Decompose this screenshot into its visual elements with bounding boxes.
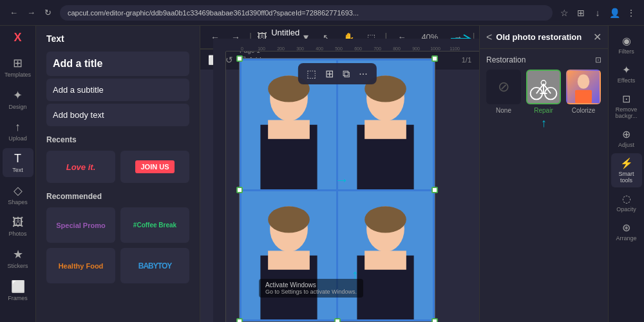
- resize-handle-mr[interactable]: [431, 187, 438, 193]
- adjust-icon: ⊕: [622, 128, 630, 140]
- sidebar-item-upload-label: Upload: [8, 135, 27, 142]
- recent-item-love-it[interactable]: Love it.: [46, 151, 115, 183]
- canvas-page[interactable]: Page 1: [239, 58, 435, 322]
- rec-baby-toy[interactable]: BABYTOY: [120, 248, 189, 283]
- svg-rect-9: [365, 120, 406, 138]
- resize-handle-bl[interactable]: [236, 318, 243, 322]
- repair-image: [527, 71, 560, 103]
- text-panel: Text Add a title Add a subtitle Add body…: [36, 26, 200, 322]
- ruler-mark: 500: [329, 46, 348, 51]
- sidebar-item-templates[interactable]: ⊞ Templates: [3, 52, 33, 82]
- effects-icon: ✦: [622, 64, 630, 76]
- add-title-button[interactable]: Add a title: [46, 52, 189, 76]
- ruler-corner: [213, 39, 226, 52]
- adjust-label: Adjust: [618, 142, 634, 148]
- recent-item-join-us[interactable]: JOIN US: [120, 151, 189, 183]
- filters-icon: ◉: [622, 35, 631, 47]
- panel-back-button[interactable]: <: [486, 32, 492, 43]
- restoration-option-colorize[interactable]: Colorize: [566, 70, 601, 114]
- refresh-button[interactable]: ↻: [41, 6, 55, 19]
- right-icon-sidebar: ◉ Filters ✦ Effects ⊡ Remove backgr... ⊕…: [608, 26, 644, 322]
- grid-button[interactable]: ⊞: [321, 66, 337, 82]
- browser-nav: ← → ↻: [6, 6, 55, 19]
- download-icon[interactable]: ↓: [591, 6, 604, 19]
- right-sidebar-opacity[interactable]: ◌ Opacity: [611, 189, 642, 216]
- sidebar-item-text[interactable]: T Text: [3, 148, 33, 177]
- forward-button[interactable]: →: [24, 6, 39, 19]
- svg-point-29: [578, 75, 590, 89]
- text-icon: T: [14, 152, 21, 166]
- right-sidebar-filters[interactable]: ◉ Filters: [611, 31, 642, 59]
- opacity-label: Opacity: [616, 206, 636, 213]
- menu-icon[interactable]: ⋮: [625, 6, 638, 19]
- sidebar-item-upload[interactable]: ↑ Upload: [3, 117, 33, 146]
- url-bar[interactable]: [60, 5, 553, 21]
- restoration-none-label: None: [496, 107, 511, 114]
- canvas-area: ← → | 🖼 Untitled image ▾ ↖ ✋ ⬚ | ← 40% →…: [200, 26, 479, 322]
- duplicate-button[interactable]: ⧉: [339, 66, 354, 82]
- more-options-button[interactable]: ···: [355, 66, 371, 82]
- resize-handle-br[interactable]: [431, 318, 438, 322]
- effects-label: Effects: [618, 77, 635, 84]
- resize-handle-ml[interactable]: [236, 187, 243, 193]
- sidebar-item-photos[interactable]: 🖼 Photos: [3, 212, 33, 241]
- svg-rect-4: [268, 120, 310, 138]
- recommended-grid: Special Promo #Coffee Break Healthy Food…: [36, 205, 200, 294]
- sidebar-item-design[interactable]: ✦ Design: [3, 84, 33, 114]
- sidebar-item-shapes[interactable]: ◇ Shapes: [3, 180, 33, 209]
- right-sidebar-effects[interactable]: ✦ Effects: [611, 60, 642, 88]
- restoration-option-repair[interactable]: Repair: [526, 70, 561, 114]
- smart-tools-icon: ⚡: [620, 157, 633, 169]
- svg-rect-19: [365, 251, 406, 269]
- shapes-icon: ◇: [14, 184, 23, 198]
- rec-healthy-food[interactable]: Healthy Food: [46, 248, 115, 283]
- panel-title: Old photo restoration: [496, 32, 589, 42]
- ruler-mark: 300: [290, 46, 310, 51]
- restoration-label: Restoration ⊡: [486, 55, 601, 64]
- crop-button[interactable]: ⬚: [303, 66, 320, 82]
- right-sidebar-arrange[interactable]: ⊛ Arrange: [611, 218, 642, 245]
- recommended-label: Recommended: [36, 185, 200, 205]
- extensions-icon[interactable]: ⊞: [574, 6, 587, 19]
- right-sidebar-adjust[interactable]: ⊕ Adjust: [611, 124, 642, 152]
- right-sidebar-smart-tools[interactable]: ⚡ Smart tools: [611, 153, 642, 187]
- rec-special-promo[interactable]: Special Promo: [46, 207, 115, 243]
- svg-rect-14: [268, 251, 310, 269]
- smart-tools-label: Smart tools: [614, 171, 639, 184]
- love-it-text: Love it.: [66, 162, 96, 172]
- add-body-button[interactable]: Add body text: [46, 104, 189, 126]
- panel-close-button[interactable]: ✕: [593, 31, 601, 43]
- photo-4: [338, 191, 433, 320]
- ruler-vertical: [213, 52, 226, 322]
- account-icon[interactable]: 👤: [608, 6, 621, 19]
- restoration-expand-icon[interactable]: ⊡: [595, 55, 601, 64]
- sidebar-item-stickers[interactable]: ★ Stickers: [3, 243, 33, 273]
- coffee-break-text: #Coffee Break: [133, 222, 176, 229]
- svg-point-17: [365, 206, 406, 232]
- restoration-none-thumb: ⊘: [486, 70, 521, 104]
- special-promo-text: Special Promo: [56, 222, 105, 229]
- arrange-label: Arrange: [616, 235, 636, 242]
- rec-coffee-break[interactable]: #Coffee Break: [120, 207, 189, 243]
- capcut-logo[interactable]: X: [14, 31, 21, 44]
- svg-rect-30: [575, 90, 592, 103]
- colorize-image: [567, 71, 600, 103]
- resize-handle-tl[interactable]: [236, 55, 243, 62]
- canvas-content: 0 100 200 300 400 500 600 700 800 900 10…: [213, 39, 479, 322]
- ruler-mark: 0: [232, 46, 252, 51]
- design-icon: ✦: [13, 88, 23, 102]
- resize-handle-bm[interactable]: [334, 318, 341, 322]
- sidebar-item-design-label: Design: [8, 104, 26, 110]
- sidebar-item-text-label: Text: [12, 167, 23, 173]
- back-button[interactable]: ←: [6, 6, 21, 19]
- ruler-mark: 100: [252, 46, 271, 51]
- right-sidebar-remove-bg[interactable]: ⊡ Remove backgr...: [611, 89, 642, 123]
- add-subtitle-button[interactable]: Add a subtitle: [46, 79, 189, 101]
- sidebar-item-frames[interactable]: ⬜ Frames: [3, 276, 33, 305]
- ruler-mark: 1000: [426, 46, 445, 51]
- photos-icon: 🖼: [12, 216, 24, 229]
- filters-label: Filters: [618, 48, 634, 55]
- resize-handle-tr[interactable]: [431, 55, 438, 62]
- bookmark-icon[interactable]: ☆: [558, 6, 571, 19]
- restoration-option-none[interactable]: ⊘ None: [486, 70, 521, 114]
